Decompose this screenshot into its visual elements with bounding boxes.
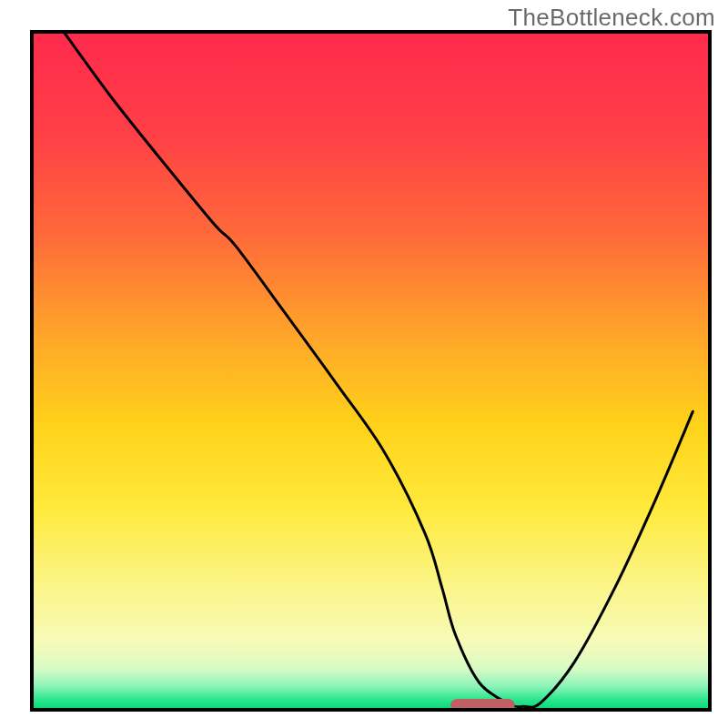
watermark-text: TheBottleneck.com: [508, 4, 715, 32]
chart-container: TheBottleneck.com: [0, 0, 728, 728]
plot-area: [32, 32, 710, 711]
gradient-background: [32, 32, 710, 710]
bottleneck-chart: [0, 0, 728, 728]
